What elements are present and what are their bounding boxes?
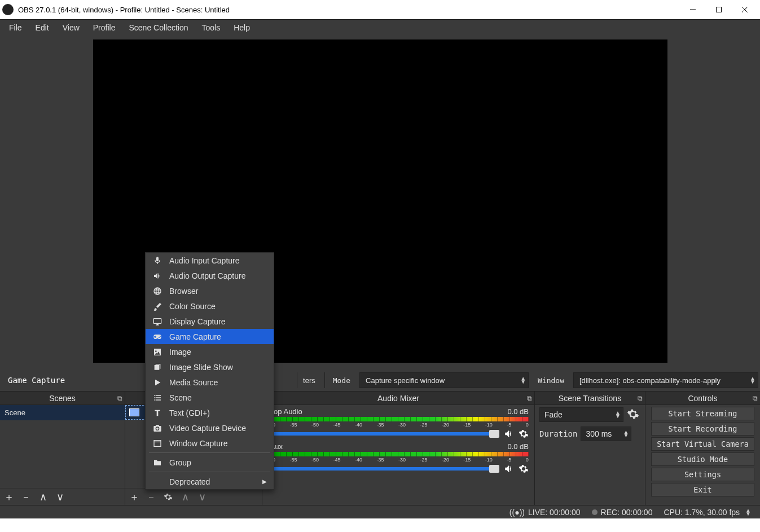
- menu-scene-collection[interactable]: Scene Collection: [122, 21, 195, 34]
- scenes-header: Scenes ⧉: [0, 392, 125, 405]
- status-live: ((●)) LIVE: 00:00:00: [504, 508, 586, 517]
- scene-up-button[interactable]: ∧: [37, 491, 49, 503]
- context-item-label: Video Capture Device: [169, 424, 246, 433]
- window-value: [dllhost.exe]: obs-compatability-mode-ap…: [579, 376, 721, 385]
- context-item-label: Group: [169, 458, 191, 467]
- status-rec-text: REC: 00:00:00: [601, 508, 653, 517]
- scene-transitions-dock: Scene Transitions ⧉ Fade ▲▼ Duration 300…: [535, 392, 645, 505]
- source-type-display-capture[interactable]: Display Capture: [146, 314, 274, 329]
- duration-spinbox[interactable]: 300 ms ▲▼: [581, 427, 631, 441]
- audio-ticks: -60-55-50-45-40-35-30-25-20-15-10-50: [268, 422, 529, 428]
- speaker-icon[interactable]: [504, 464, 514, 474]
- source-type-audio-output-capture[interactable]: Audio Output Capture: [146, 268, 274, 283]
- mode-label: Mode: [324, 372, 356, 388]
- scenes-title: Scenes: [49, 394, 76, 403]
- start-virtual-camera-button[interactable]: Start Virtual Camera: [651, 437, 754, 451]
- source-type-window-capture[interactable]: Window Capture: [146, 436, 274, 451]
- menu-file[interactable]: File: [2, 21, 29, 34]
- folder-icon: [152, 458, 162, 468]
- start-streaming-button[interactable]: Start Streaming: [651, 407, 754, 420]
- status-live-text: LIVE: 00:00:00: [528, 508, 581, 517]
- audio-ticks: -60-55-50-45-40-35-30-25-20-15-10-50: [268, 457, 529, 463]
- source-type-video-capture-device[interactable]: Video Capture Device: [146, 420, 274, 436]
- chevron-updown-icon: ▲▼: [750, 377, 755, 384]
- mode-combo[interactable]: Capture specific window ▲▼: [359, 372, 529, 388]
- menu-help[interactable]: Help: [227, 21, 257, 34]
- chevron-updown-icon: ▲▼: [615, 411, 621, 418]
- scenes-dock: Scenes ⧉ Scene ＋ － ∧ ∨: [0, 392, 125, 505]
- scene-list-item[interactable]: Scene: [0, 405, 125, 420]
- controls-header: Controls ⧉: [645, 392, 760, 405]
- scene-down-button[interactable]: ∨: [54, 491, 65, 503]
- dock-detach-icon[interactable]: ⧉: [638, 394, 643, 402]
- gamepad-icon: [129, 408, 139, 416]
- window-close-button[interactable]: [732, 0, 758, 19]
- status-cpu-text: CPU: 1.7%, 30.00 fps: [664, 508, 740, 517]
- menu-edit[interactable]: Edit: [29, 21, 56, 34]
- menu-profile[interactable]: Profile: [86, 21, 122, 34]
- menu-tools[interactable]: Tools: [195, 21, 227, 34]
- source-type-media-source[interactable]: Media Source: [146, 375, 274, 390]
- source-type-audio-input-capture[interactable]: Audio Input Capture: [146, 253, 274, 268]
- volume-slider[interactable]: [268, 432, 499, 436]
- record-dot-icon: [592, 509, 598, 515]
- start-recording-button[interactable]: Start Recording: [651, 422, 754, 436]
- context-separator: [149, 452, 270, 453]
- dock-detach-icon[interactable]: ⧉: [753, 394, 758, 402]
- dock-detach-icon[interactable]: ⧉: [117, 394, 122, 402]
- volume-slider[interactable]: [268, 467, 499, 471]
- window-maximize-button[interactable]: [706, 0, 732, 19]
- source-type-text-gdi-[interactable]: Text (GDI+): [146, 405, 274, 420]
- transition-combo[interactable]: Fade ▲▼: [539, 407, 623, 422]
- add-source-button[interactable]: ＋: [129, 491, 140, 503]
- context-item-label: Browser: [169, 287, 198, 296]
- source-type-deprecated-submenu[interactable]: Deprecated▶: [146, 474, 274, 489]
- context-item-label: Window Capture: [169, 439, 228, 448]
- menu-view[interactable]: View: [56, 21, 86, 34]
- audio-mixer-dock: Audio Mixer ⧉ ktop Audio 0.0 dB -60-55-5…: [262, 392, 535, 505]
- dock-detach-icon[interactable]: ⧉: [527, 394, 532, 402]
- source-properties-button[interactable]: [162, 491, 174, 503]
- window-minimize-button[interactable]: [680, 0, 706, 19]
- speaker-icon[interactable]: [504, 429, 514, 439]
- window-icon: [152, 438, 162, 449]
- context-item-label: Text (GDI+): [169, 408, 210, 417]
- globe-icon: [152, 286, 162, 296]
- remove-source-button[interactable]: －: [146, 491, 157, 503]
- remove-scene-button[interactable]: －: [20, 491, 32, 503]
- window-combo[interactable]: [dllhost.exe]: obs-compatability-mode-ap…: [573, 372, 758, 388]
- mixer-track-db: 0.0 dB: [507, 407, 529, 416]
- gear-icon[interactable]: [519, 464, 529, 474]
- mixer-track: ktop Audio 0.0 dB -60-55-50-45-40-35-30-…: [262, 405, 534, 440]
- chevron-right-icon: ▶: [262, 478, 267, 485]
- source-type-image-slide-show[interactable]: Image Slide Show: [146, 359, 274, 375]
- source-type-image[interactable]: Image: [146, 344, 274, 359]
- filters-button[interactable]: ters: [297, 372, 321, 388]
- slides-icon: [152, 362, 162, 372]
- source-type-color-source[interactable]: Color Source: [146, 298, 274, 314]
- studio-mode-button[interactable]: Studio Mode: [651, 452, 754, 466]
- settings-button[interactable]: Settings: [651, 468, 754, 481]
- status-rec: REC: 00:00:00: [586, 508, 658, 517]
- preview-area: [0, 35, 760, 370]
- source-type-game-capture[interactable]: Game Capture: [146, 329, 274, 344]
- transition-value: Fade: [544, 410, 563, 419]
- source-type-scene[interactable]: Scene: [146, 390, 274, 405]
- exit-button[interactable]: Exit: [651, 483, 754, 496]
- duration-label: Duration: [539, 429, 577, 438]
- sources-toolbar: ＋ － ∧ ∨: [125, 488, 262, 505]
- controls-title: Controls: [688, 394, 717, 403]
- transition-settings-button[interactable]: [627, 408, 640, 421]
- add-scene-button[interactable]: ＋: [3, 491, 15, 503]
- bottom-docks: Scenes ⧉ Scene ＋ － ∧ ∨ Sources ⧉ ＋ －: [0, 392, 760, 505]
- obs-app-icon: [2, 4, 14, 15]
- audio-meter: [268, 452, 529, 456]
- source-type-browser[interactable]: Browser: [146, 283, 274, 298]
- brush-icon: [152, 301, 162, 311]
- gear-icon[interactable]: [519, 429, 529, 439]
- source-down-button[interactable]: ∨: [196, 491, 208, 503]
- source-up-button[interactable]: ∧: [179, 491, 191, 503]
- context-item-label: Game Capture: [169, 332, 221, 341]
- window-titlebar: OBS 27.0.1 (64-bit, windows) - Profile: …: [0, 0, 760, 19]
- source-type-group[interactable]: Group: [146, 455, 274, 470]
